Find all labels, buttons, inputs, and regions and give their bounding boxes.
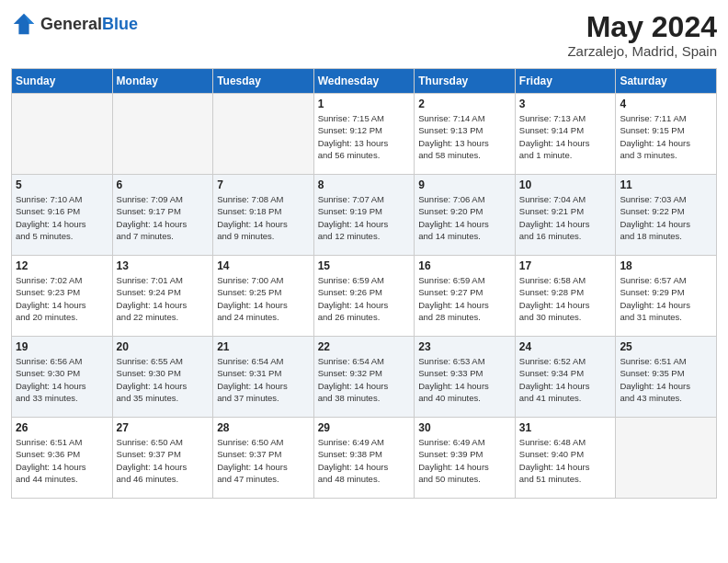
calendar-cell: 24Sunrise: 6:52 AMSunset: 9:34 PMDayligh…: [515, 337, 616, 418]
day-number: 28: [217, 421, 310, 434]
week-row-2: 5Sunrise: 7:10 AMSunset: 9:16 PMDaylight…: [12, 175, 717, 256]
day-number: 24: [519, 340, 612, 353]
day-number: 23: [418, 340, 511, 353]
day-info: Sunrise: 6:48 AMSunset: 9:40 PMDaylight:…: [519, 436, 612, 485]
calendar-cell: 4Sunrise: 7:11 AMSunset: 9:15 PMDaylight…: [616, 94, 717, 175]
day-number: 22: [318, 340, 411, 353]
day-number: 2: [418, 98, 511, 110]
logo: GeneralBlue: [11, 11, 138, 37]
logo-blue: Blue: [102, 15, 138, 33]
day-info: Sunrise: 7:10 AMSunset: 9:16 PMDaylight:…: [16, 193, 108, 242]
day-number: 15: [318, 259, 411, 272]
calendar-cell: 28Sunrise: 6:50 AMSunset: 9:37 PMDayligh…: [213, 418, 314, 499]
day-number: 10: [519, 178, 612, 191]
calendar-cell: 19Sunrise: 6:56 AMSunset: 9:30 PMDayligh…: [12, 337, 113, 418]
calendar-cell: [112, 94, 213, 175]
day-info: Sunrise: 6:49 AMSunset: 9:39 PMDaylight:…: [418, 436, 511, 485]
logo-general: General: [40, 15, 102, 33]
header-day-sunday: Sunday: [12, 69, 113, 94]
header-day-thursday: Thursday: [415, 69, 516, 94]
calendar-cell: 9Sunrise: 7:06 AMSunset: 9:20 PMDaylight…: [415, 175, 516, 256]
header-day-wednesday: Wednesday: [313, 69, 415, 94]
day-info: Sunrise: 7:06 AMSunset: 9:20 PMDaylight:…: [418, 193, 511, 242]
day-info: Sunrise: 7:03 AMSunset: 9:22 PMDaylight:…: [620, 193, 712, 242]
logo-icon: [11, 11, 37, 37]
calendar-cell: 3Sunrise: 7:13 AMSunset: 9:14 PMDaylight…: [515, 94, 616, 175]
day-info: Sunrise: 7:08 AMSunset: 9:18 PMDaylight:…: [217, 193, 310, 242]
day-number: 13: [117, 259, 210, 272]
day-number: 27: [117, 421, 210, 434]
day-number: 7: [217, 178, 310, 191]
calendar-cell: 21Sunrise: 6:54 AMSunset: 9:31 PMDayligh…: [213, 337, 314, 418]
calendar-cell: 23Sunrise: 6:53 AMSunset: 9:33 PMDayligh…: [415, 337, 516, 418]
day-number: 1: [318, 98, 411, 110]
day-number: 20: [117, 340, 210, 353]
calendar-cell: 29Sunrise: 6:49 AMSunset: 9:38 PMDayligh…: [313, 418, 415, 499]
day-info: Sunrise: 6:54 AMSunset: 9:31 PMDaylight:…: [217, 355, 310, 404]
day-number: 11: [620, 178, 712, 191]
day-info: Sunrise: 6:58 AMSunset: 9:28 PMDaylight:…: [519, 274, 612, 323]
day-number: 17: [519, 259, 612, 272]
calendar-cell: 7Sunrise: 7:08 AMSunset: 9:18 PMDaylight…: [213, 175, 314, 256]
day-number: 12: [16, 259, 108, 272]
day-info: Sunrise: 6:59 AMSunset: 9:27 PMDaylight:…: [418, 274, 511, 323]
day-number: 3: [519, 98, 612, 110]
calendar-cell: 13Sunrise: 7:01 AMSunset: 9:24 PMDayligh…: [112, 256, 213, 337]
day-info: Sunrise: 6:50 AMSunset: 9:37 PMDaylight:…: [117, 436, 210, 485]
calendar-cell: 11Sunrise: 7:03 AMSunset: 9:22 PMDayligh…: [616, 175, 717, 256]
day-number: 6: [117, 178, 210, 191]
header-day-friday: Friday: [515, 69, 616, 94]
day-info: Sunrise: 7:11 AMSunset: 9:15 PMDaylight:…: [620, 112, 712, 161]
week-row-1: 1Sunrise: 7:15 AMSunset: 9:12 PMDaylight…: [12, 94, 717, 175]
calendar-cell: 10Sunrise: 7:04 AMSunset: 9:21 PMDayligh…: [515, 175, 616, 256]
day-number: 21: [217, 340, 310, 353]
calendar-cell: 25Sunrise: 6:51 AMSunset: 9:35 PMDayligh…: [616, 337, 717, 418]
calendar-cell: 20Sunrise: 6:55 AMSunset: 9:30 PMDayligh…: [112, 337, 213, 418]
day-info: Sunrise: 6:57 AMSunset: 9:29 PMDaylight:…: [620, 274, 712, 323]
calendar-cell: 27Sunrise: 6:50 AMSunset: 9:37 PMDayligh…: [112, 418, 213, 499]
header-day-tuesday: Tuesday: [213, 69, 314, 94]
day-info: Sunrise: 7:04 AMSunset: 9:21 PMDaylight:…: [519, 193, 612, 242]
day-number: 26: [16, 421, 108, 434]
day-number: 4: [620, 98, 712, 110]
day-info: Sunrise: 6:54 AMSunset: 9:32 PMDaylight:…: [318, 355, 411, 404]
calendar-cell: 16Sunrise: 6:59 AMSunset: 9:27 PMDayligh…: [415, 256, 516, 337]
day-number: 25: [620, 340, 712, 353]
day-info: Sunrise: 6:56 AMSunset: 9:30 PMDaylight:…: [16, 355, 108, 404]
calendar-cell: 17Sunrise: 6:58 AMSunset: 9:28 PMDayligh…: [515, 256, 616, 337]
day-info: Sunrise: 6:51 AMSunset: 9:35 PMDaylight:…: [620, 355, 712, 404]
day-number: 9: [418, 178, 511, 191]
calendar-cell: 8Sunrise: 7:07 AMSunset: 9:19 PMDaylight…: [313, 175, 415, 256]
calendar-table: SundayMondayTuesdayWednesdayThursdayFrid…: [11, 68, 717, 499]
calendar-cell: [12, 94, 113, 175]
day-info: Sunrise: 7:02 AMSunset: 9:23 PMDaylight:…: [16, 274, 108, 323]
calendar-cell: 1Sunrise: 7:15 AMSunset: 9:12 PMDaylight…: [313, 94, 415, 175]
day-info: Sunrise: 7:09 AMSunset: 9:17 PMDaylight:…: [117, 193, 210, 242]
calendar-cell: 14Sunrise: 7:00 AMSunset: 9:25 PMDayligh…: [213, 256, 314, 337]
day-number: 29: [318, 421, 411, 434]
day-info: Sunrise: 6:51 AMSunset: 9:36 PMDaylight:…: [16, 436, 108, 485]
week-row-4: 19Sunrise: 6:56 AMSunset: 9:30 PMDayligh…: [12, 337, 717, 418]
day-number: 14: [217, 259, 310, 272]
calendar-cell: 15Sunrise: 6:59 AMSunset: 9:26 PMDayligh…: [313, 256, 415, 337]
calendar-header-row: SundayMondayTuesdayWednesdayThursdayFrid…: [12, 69, 717, 94]
week-row-3: 12Sunrise: 7:02 AMSunset: 9:23 PMDayligh…: [12, 256, 717, 337]
day-number: 18: [620, 259, 712, 272]
day-info: Sunrise: 7:01 AMSunset: 9:24 PMDaylight:…: [117, 274, 210, 323]
week-row-5: 26Sunrise: 6:51 AMSunset: 9:36 PMDayligh…: [12, 418, 717, 499]
page-header: GeneralBlue May 2024 Zarzalejo, Madrid, …: [11, 11, 717, 59]
calendar-cell: 26Sunrise: 6:51 AMSunset: 9:36 PMDayligh…: [12, 418, 113, 499]
calendar-cell: 18Sunrise: 6:57 AMSunset: 9:29 PMDayligh…: [616, 256, 717, 337]
calendar-cell: 30Sunrise: 6:49 AMSunset: 9:39 PMDayligh…: [415, 418, 516, 499]
day-info: Sunrise: 7:07 AMSunset: 9:19 PMDaylight:…: [318, 193, 411, 242]
calendar-cell: 22Sunrise: 6:54 AMSunset: 9:32 PMDayligh…: [313, 337, 415, 418]
calendar-body: 1Sunrise: 7:15 AMSunset: 9:12 PMDaylight…: [12, 94, 717, 499]
location-title: Zarzalejo, Madrid, Spain: [567, 43, 717, 59]
title-block: May 2024 Zarzalejo, Madrid, Spain: [567, 11, 717, 59]
day-info: Sunrise: 7:00 AMSunset: 9:25 PMDaylight:…: [217, 274, 310, 323]
month-title: May 2024: [567, 11, 717, 43]
day-info: Sunrise: 6:49 AMSunset: 9:38 PMDaylight:…: [318, 436, 411, 485]
day-info: Sunrise: 7:13 AMSunset: 9:14 PMDaylight:…: [519, 112, 612, 161]
day-info: Sunrise: 6:50 AMSunset: 9:37 PMDaylight:…: [217, 436, 310, 485]
day-number: 5: [16, 178, 108, 191]
